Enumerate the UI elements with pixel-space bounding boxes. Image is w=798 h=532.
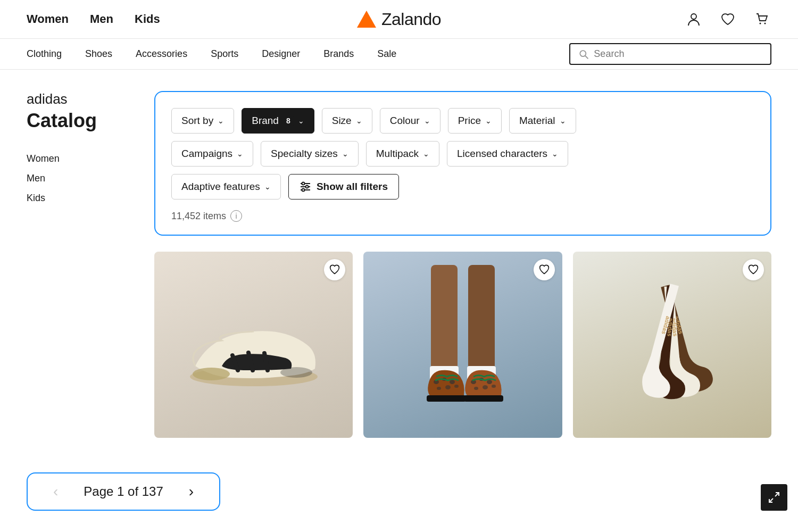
svg-point-28 xyxy=(483,385,488,389)
nav-brands[interactable]: Brands xyxy=(312,39,365,69)
adaptive-features-filter[interactable]: Adaptive features ⌄ xyxy=(171,174,281,200)
svg-point-20 xyxy=(450,380,455,384)
top-navigation: Women Men Kids Zalando xyxy=(0,0,798,39)
sort-by-filter[interactable]: Sort by ⌄ xyxy=(171,108,234,134)
nav-men[interactable]: Men xyxy=(90,12,113,26)
account-icon xyxy=(686,12,701,27)
chevron-down-icon: ⌄ xyxy=(218,117,224,125)
sidebar-item-women[interactable]: Women xyxy=(27,153,133,164)
wishlist-button[interactable] xyxy=(718,10,737,29)
svg-point-26 xyxy=(487,380,492,384)
svg-line-37 xyxy=(769,498,773,502)
chevron-down-icon: ⌄ xyxy=(423,149,429,158)
product-image: adidas adidas adidas xyxy=(573,252,771,438)
svg-point-1 xyxy=(760,23,761,24)
cart-button[interactable] xyxy=(752,10,771,29)
logo[interactable]: Zalando xyxy=(357,10,441,29)
next-page-button[interactable]: › xyxy=(185,483,198,500)
product-card xyxy=(154,252,353,438)
search-icon xyxy=(579,49,588,60)
user-actions xyxy=(684,10,771,29)
price-filter[interactable]: Price ⌄ xyxy=(448,108,502,134)
nav-clothing[interactable]: Clothing xyxy=(27,39,73,69)
chevron-down-icon: ⌄ xyxy=(342,149,348,158)
chevron-down-icon: ⌄ xyxy=(237,149,243,158)
page-label: Page 1 of 137 xyxy=(84,484,163,499)
nav-shoes[interactable]: Shoes xyxy=(73,39,124,69)
svg-point-13 xyxy=(280,367,312,378)
nav-designer[interactable]: Designer xyxy=(250,39,312,69)
svg-line-36 xyxy=(775,493,779,496)
heart-icon xyxy=(720,12,735,27)
svg-line-4 xyxy=(585,55,588,59)
cart-icon xyxy=(754,12,769,27)
product-image xyxy=(363,252,562,438)
nav-sale[interactable]: Sale xyxy=(365,39,408,69)
svg-point-22 xyxy=(445,385,451,389)
sidebar-links: Women Men Kids xyxy=(27,153,133,204)
heart-icon xyxy=(329,264,340,275)
svg-point-27 xyxy=(474,387,478,390)
wishlist-button[interactable] xyxy=(743,259,764,280)
sidebar-item-kids[interactable]: Kids xyxy=(27,193,133,204)
socks-svg: adidas adidas adidas xyxy=(597,276,746,414)
items-count: 11,452 items i xyxy=(171,210,754,222)
logo-triangle xyxy=(357,11,376,28)
wishlist-button[interactable] xyxy=(534,259,555,280)
filter-and-products: Sort by ⌄ Brand 8 ⌄ Size ⌄ Colour ⌄ Pr xyxy=(154,91,771,454)
size-filter[interactable]: Size ⌄ xyxy=(322,108,372,134)
resize-icon[interactable] xyxy=(761,484,787,511)
nav-kids[interactable]: Kids xyxy=(135,12,160,26)
chevron-down-icon: ⌄ xyxy=(356,117,362,125)
chevron-down-icon: ⌄ xyxy=(264,182,271,191)
nav-women[interactable]: Women xyxy=(27,12,69,26)
secondary-navigation: Clothing Shoes Accessories Sports Design… xyxy=(0,39,798,70)
nav-sports[interactable]: Sports xyxy=(199,39,250,69)
main-content: adidas Catalog Women Men Kids Sort by ⌄ … xyxy=(0,70,798,475)
svg-point-10 xyxy=(302,189,304,192)
colour-filter[interactable]: Colour ⌄ xyxy=(380,108,440,134)
svg-rect-31 xyxy=(464,395,503,402)
heart-icon xyxy=(539,264,550,275)
svg-point-9 xyxy=(305,186,308,188)
multipack-filter[interactable]: Multipack ⌄ xyxy=(366,141,439,167)
logo-text: Zalando xyxy=(381,10,441,29)
specialty-sizes-filter[interactable]: Specialty sizes ⌄ xyxy=(261,141,359,167)
show-all-filters-button[interactable]: Show all filters xyxy=(288,174,399,200)
nav-accessories[interactable]: Accessories xyxy=(124,39,199,69)
chevron-down-icon: ⌄ xyxy=(485,117,492,125)
filter-row-1: Sort by ⌄ Brand 8 ⌄ Size ⌄ Colour ⌄ Pr xyxy=(171,108,754,134)
legs-svg xyxy=(388,265,537,425)
svg-rect-15 xyxy=(468,265,495,382)
campaigns-filter[interactable]: Campaigns ⌄ xyxy=(171,141,253,167)
svg-point-3 xyxy=(580,51,586,56)
svg-rect-30 xyxy=(427,395,466,402)
material-filter[interactable]: Material ⌄ xyxy=(509,108,576,134)
shoe-svg xyxy=(179,292,328,398)
chevron-down-icon: ⌄ xyxy=(552,149,558,158)
prev-page-button[interactable]: ‹ xyxy=(49,483,62,500)
heart-icon xyxy=(748,264,759,275)
sidebar: adidas Catalog Women Men Kids xyxy=(27,91,133,454)
search-input[interactable] xyxy=(594,48,762,60)
sidebar-item-men[interactable]: Men xyxy=(27,173,133,184)
chevron-down-icon: ⌄ xyxy=(424,117,430,125)
brand-filter[interactable]: Brand 8 ⌄ xyxy=(242,108,314,134)
svg-point-8 xyxy=(302,182,304,185)
product-image xyxy=(154,252,353,438)
licensed-characters-filter[interactable]: Licensed characters ⌄ xyxy=(447,141,568,167)
svg-point-2 xyxy=(764,23,766,24)
svg-point-0 xyxy=(691,14,696,19)
svg-rect-14 xyxy=(431,265,458,382)
pagination: ‹ Page 1 of 137 › xyxy=(27,472,220,511)
page-title-top: adidas xyxy=(27,91,133,107)
account-button[interactable] xyxy=(684,10,703,29)
product-card: adidas adidas adidas xyxy=(573,252,771,438)
svg-point-29 xyxy=(492,385,496,388)
filter-row-2: Campaigns ⌄ Specialty sizes ⌄ Multipack … xyxy=(171,141,754,167)
search-bar[interactable] xyxy=(569,43,771,65)
brand-badge: 8 xyxy=(283,115,294,126)
category-links: Clothing Shoes Accessories Sports Design… xyxy=(27,39,569,69)
svg-point-23 xyxy=(454,385,459,388)
filter-row-3: Adaptive features ⌄ Show all filters xyxy=(171,174,754,200)
